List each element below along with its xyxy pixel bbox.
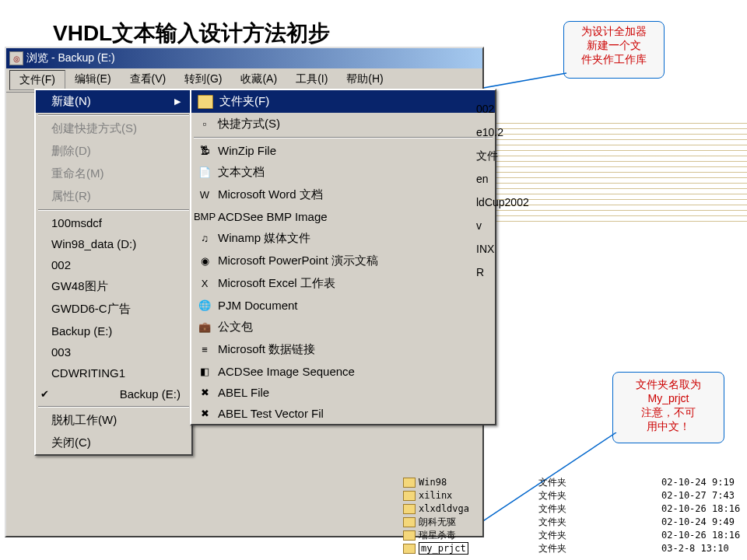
folder-name: xilinx [419, 489, 538, 502]
menu-item-label: ACDSee Image Sequence [218, 365, 355, 378]
menu-item-offline[interactable]: 脱机工作(W) [36, 409, 191, 432]
menu-item-label: 文本文档 [218, 165, 265, 180]
new-item-bmp[interactable]: BMPACDSee BMP Image [191, 206, 495, 227]
file-menu: 新建(N)▶ 创建快捷方式(S) 删除(D) 重命名(M) 属性(R) 100m… [34, 89, 193, 456]
folder-type: 文件夹 [538, 542, 661, 555]
menu-edit[interactable]: 编辑(E) [65, 70, 121, 90]
folder-name: 朗科无驱 [419, 516, 538, 529]
menu-help[interactable]: 帮助(H) [337, 70, 392, 90]
folder-type: 文件夹 [538, 476, 661, 489]
menu-item-label: PJM Document [218, 299, 298, 312]
background-list: 002e10.2 文件enldCup2002 vINX R [476, 97, 566, 284]
new-item-excel[interactable]: XMicrosoft Excel 工作表 [191, 272, 495, 295]
menu-item-recent[interactable]: Win98_data (D:) [36, 233, 191, 254]
menu-item-recent[interactable]: 002 [36, 254, 191, 275]
abel-icon: ✖ [198, 387, 212, 399]
menu-item-recent[interactable]: GWDD6-C广告 [36, 298, 191, 320]
folder-date: 02-10-24 9:19 [661, 476, 747, 489]
menu-item-shortcut: 创建快捷方式(S) [36, 117, 191, 140]
new-item-text[interactable]: 📄文本文档 [191, 161, 495, 184]
folder-date: 02-10-27 7:43 [661, 489, 747, 502]
menu-item-rename: 重命名(M) [36, 163, 191, 185]
new-item-pjm[interactable]: 🌐PJM Document [191, 295, 495, 316]
folder-row[interactable]: 朗科无驱文件夹02-10-24 9:49 [403, 516, 747, 529]
folder-icon [403, 491, 416, 501]
folder-icon [198, 95, 213, 109]
folder-type: 文件夹 [538, 516, 661, 529]
explorer-window: ◎ 浏览 - Backup (E:) 文件(F) 编辑(E) 查看(V) 转到(… [5, 47, 484, 537]
folder-row[interactable]: xlxdldvga文件夹02-10-26 18:16 [403, 502, 747, 516]
new-item-word[interactable]: WMicrosoft Word 文档 [191, 184, 495, 206]
new-item-abel[interactable]: ✖ABEL Test Vector Fil [191, 403, 495, 424]
menu-goto[interactable]: 转到(G) [175, 70, 231, 90]
new-item-winamp[interactable]: ♫Winamp 媒体文件 [191, 227, 495, 250]
menu-item-recent[interactable]: 003 [36, 341, 191, 362]
new-item-folder[interactable]: 文件夹(F) [191, 90, 495, 113]
new-item-ppt[interactable]: ◉Microsoft PowerPoint 演示文稿 [191, 250, 495, 272]
menu-item-new[interactable]: 新建(N)▶ [36, 90, 191, 113]
menu-item-label: 快捷方式(S) [218, 117, 280, 131]
folder-name: xlxdldvga [419, 502, 538, 516]
menu-item-recent[interactable]: ✔Backup (E:) [36, 383, 191, 404]
menu-item-recent[interactable]: 100msdcf [36, 212, 191, 233]
menu-item-label: Microsoft Word 文档 [218, 187, 323, 202]
folder-date: 02-10-26 18:16 [661, 529, 747, 542]
folder-row[interactable]: xilinx文件夹02-10-27 7:43 [403, 489, 747, 502]
menu-item-label: Microsoft Excel 工作表 [218, 276, 335, 291]
new-item-winzip[interactable]: 🗜WinZip File [191, 140, 495, 161]
mdb-icon: ≡ [198, 344, 212, 356]
window-titlebar: ◎ 浏览 - Backup (E:) [6, 48, 482, 68]
menu-item-recent[interactable]: GW48图片 [36, 275, 191, 298]
excel-icon: X [198, 278, 212, 290]
folder-name: my_prjct [419, 542, 538, 555]
folder-date: 03-2-8 13:10 [661, 542, 747, 555]
winzip-icon: 🗜 [198, 145, 212, 157]
menu-item-label: 文件夹(F) [219, 94, 269, 109]
folder-icon [403, 504, 416, 514]
folder-icon [403, 478, 416, 488]
new-submenu: 文件夹(F)▫快捷方式(S)🗜WinZip File📄文本文档WMicrosof… [190, 89, 496, 425]
briefcase-icon: 💼 [198, 321, 212, 334]
menu-item-properties: 属性(R) [36, 185, 191, 208]
folder-icon [403, 544, 416, 554]
menu-item-label: Microsoft 数据链接 [218, 342, 315, 357]
new-item-briefcase[interactable]: 💼公文包 [191, 316, 495, 338]
menu-item-delete: 删除(D) [36, 140, 191, 163]
bmp-icon: BMP [198, 211, 212, 223]
new-item-mdb[interactable]: ≡Microsoft 数据链接 [191, 338, 495, 361]
folder-icon [403, 517, 416, 527]
folder-row[interactable]: Win98文件夹02-10-24 9:19 [403, 476, 747, 489]
winamp-icon: ♫ [198, 233, 212, 245]
folder-date: 02-10-26 18:16 [661, 502, 747, 516]
check-icon: ✔ [40, 388, 49, 400]
ppt-icon: ◉ [198, 255, 212, 268]
menu-item-close[interactable]: 关闭(C) [36, 432, 191, 454]
folder-row[interactable]: 瑞星杀毒文件夹02-10-26 18:16 [403, 529, 747, 542]
folder-type: 文件夹 [538, 489, 661, 502]
folder-name: 瑞星杀毒 [419, 529, 538, 542]
app-icon: ◎ [9, 51, 23, 65]
page-title: VHDL文本输入设计方法初步 [53, 19, 330, 48]
menu-item-recent[interactable]: CDWRITING1 [36, 362, 191, 383]
folder-icon [403, 530, 416, 541]
menu-item-label: WinZip File [218, 144, 276, 157]
menu-tools[interactable]: 工具(I) [286, 70, 337, 90]
folder-name: Win98 [419, 476, 538, 489]
new-item-acd[interactable]: ◧ACDSee Image Sequence [191, 361, 495, 382]
menu-fav[interactable]: 收藏(A) [231, 70, 286, 90]
menu-item-label: 公文包 [218, 320, 253, 334]
menu-item-label: ABEL File [218, 386, 269, 399]
text-icon: 📄 [198, 166, 212, 179]
new-item-shortcut[interactable]: ▫快捷方式(S) [191, 113, 495, 135]
folder-row[interactable]: my_prjct文件夹03-2-8 13:10 [403, 542, 747, 555]
folder-date: 02-10-24 9:49 [661, 516, 747, 529]
menu-file[interactable]: 文件(F) [9, 70, 65, 90]
rename-input[interactable]: my_prjct [419, 542, 468, 555]
shortcut-icon: ▫ [198, 118, 212, 131]
new-item-abel[interactable]: ✖ABEL File [191, 382, 495, 403]
menu-item-label: ACDSee BMP Image [218, 210, 328, 223]
menu-item-recent[interactable]: Backup (E:) [36, 320, 191, 341]
menu-item-label: Winamp 媒体文件 [218, 231, 310, 246]
menu-view[interactable]: 查看(V) [121, 70, 176, 90]
menu-item-label: Microsoft PowerPoint 演示文稿 [218, 254, 378, 268]
